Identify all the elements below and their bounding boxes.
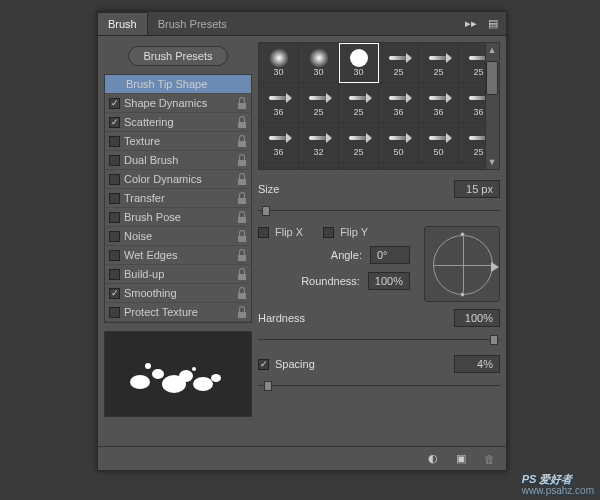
brush-settings-list: Brush Tip ShapeShape DynamicsScatteringT…	[104, 74, 252, 323]
setting-checkbox[interactable]	[109, 98, 120, 109]
setting-wet-edges[interactable]: Wet Edges	[105, 246, 251, 265]
setting-scattering[interactable]: Scattering	[105, 113, 251, 132]
spacing-slider[interactable]	[258, 382, 500, 390]
lock-icon[interactable]	[237, 135, 247, 147]
new-preset-icon[interactable]: ▣	[454, 452, 468, 466]
setting-protect-texture[interactable]: Protect Texture	[105, 303, 251, 322]
brush-swatch[interactable]: 50	[379, 123, 419, 163]
lock-icon[interactable]	[237, 192, 247, 204]
brush-swatch[interactable]: 36	[259, 83, 299, 123]
lock-icon[interactable]	[237, 249, 247, 261]
flipx-checkbox[interactable]	[258, 227, 269, 238]
spacing-value[interactable]: 4%	[454, 355, 500, 373]
collapse-icon[interactable]: ▸▸	[464, 16, 478, 30]
lock-icon[interactable]	[237, 97, 247, 109]
brush-swatch[interactable]: 32	[339, 163, 379, 170]
setting-label: Shape Dynamics	[124, 97, 207, 109]
setting-label: Smoothing	[124, 287, 177, 299]
lock-icon[interactable]	[237, 116, 247, 128]
setting-checkbox[interactable]	[109, 155, 120, 166]
trash-icon[interactable]: 🗑	[482, 452, 496, 466]
size-value[interactable]: 15 px	[454, 180, 500, 198]
setting-label: Scattering	[124, 116, 174, 128]
brush-swatch[interactable]: 50	[419, 123, 459, 163]
hardness-slider[interactable]	[258, 336, 500, 344]
setting-noise[interactable]: Noise	[105, 227, 251, 246]
setting-label: Wet Edges	[124, 249, 178, 261]
lock-icon[interactable]	[237, 287, 247, 299]
setting-label: Dual Brush	[124, 154, 178, 166]
setting-checkbox[interactable]	[109, 174, 120, 185]
tab-brush[interactable]: Brush	[98, 12, 148, 35]
hardness-value[interactable]: 100%	[454, 309, 500, 327]
stroke-preview	[104, 331, 252, 417]
tab-bar: Brush Brush Presets ▸▸ ▤	[98, 12, 506, 36]
angle-dial[interactable]	[424, 226, 500, 302]
setting-brush-pose[interactable]: Brush Pose	[105, 208, 251, 227]
brush-swatch[interactable]: 30	[259, 43, 299, 83]
setting-dual-brush[interactable]: Dual Brush	[105, 151, 251, 170]
setting-label: Build-up	[124, 268, 164, 280]
watermark: PS 爱好者 www.psahz.com	[522, 465, 594, 496]
toggle-preview-icon[interactable]: ◐	[426, 452, 440, 466]
brush-swatch[interactable]: 25	[339, 123, 379, 163]
svg-point-7	[192, 367, 196, 371]
brush-swatch[interactable]: 25	[339, 83, 379, 123]
brush-swatch[interactable]: 36	[379, 83, 419, 123]
lock-icon[interactable]	[237, 306, 247, 318]
lock-icon[interactable]	[237, 154, 247, 166]
scrollbar-thumb[interactable]	[486, 61, 498, 95]
lock-icon[interactable]	[237, 268, 247, 280]
setting-checkbox[interactable]	[109, 269, 120, 280]
flipy-checkbox[interactable]	[323, 227, 334, 238]
setting-smoothing[interactable]: Smoothing	[105, 284, 251, 303]
setting-checkbox[interactable]	[109, 136, 120, 147]
setting-label: Color Dynamics	[124, 173, 202, 185]
setting-brush-tip-shape[interactable]: Brush Tip Shape	[105, 75, 251, 94]
brush-swatch[interactable]: 50	[299, 163, 339, 170]
setting-checkbox[interactable]	[109, 231, 120, 242]
setting-label: Protect Texture	[124, 306, 198, 318]
brush-swatch[interactable]: 25	[299, 83, 339, 123]
setting-color-dynamics[interactable]: Color Dynamics	[105, 170, 251, 189]
lock-icon[interactable]	[237, 211, 247, 223]
setting-transfer[interactable]: Transfer	[105, 189, 251, 208]
brush-swatch[interactable]: 32	[299, 123, 339, 163]
setting-label: Texture	[124, 135, 160, 147]
svg-point-4	[193, 377, 213, 391]
lock-icon[interactable]	[237, 173, 247, 185]
spacing-checkbox[interactable]	[258, 359, 269, 370]
setting-build-up[interactable]: Build-up	[105, 265, 251, 284]
panel-menu-icon[interactable]: ▤	[486, 16, 500, 30]
size-label: Size	[258, 183, 279, 195]
setting-label: Transfer	[124, 192, 165, 204]
roundness-value[interactable]: 100%	[368, 272, 410, 290]
setting-checkbox[interactable]	[109, 250, 120, 261]
scroll-up-icon[interactable]: ▲	[487, 45, 497, 55]
setting-shape-dynamics[interactable]: Shape Dynamics	[105, 94, 251, 113]
angle-label: Angle:	[331, 249, 362, 261]
svg-point-6	[145, 363, 151, 369]
tab-brush-presets[interactable]: Brush Presets	[148, 13, 237, 35]
brush-swatch[interactable]: 30	[339, 43, 379, 83]
size-slider[interactable]	[258, 207, 500, 215]
lock-icon[interactable]	[237, 230, 247, 242]
brush-panel: Brush Brush Presets ▸▸ ▤ Brush Presets B…	[97, 11, 507, 471]
setting-checkbox[interactable]	[109, 288, 120, 299]
swatch-scrollbar[interactable]: ▲ ▼	[485, 43, 499, 169]
brush-swatch[interactable]: 25	[259, 163, 299, 170]
brush-swatch[interactable]: 30	[299, 43, 339, 83]
setting-checkbox[interactable]	[109, 212, 120, 223]
brush-presets-button[interactable]: Brush Presets	[128, 46, 227, 66]
scroll-down-icon[interactable]: ▼	[487, 157, 497, 167]
angle-value[interactable]: 0°	[370, 246, 410, 264]
setting-checkbox[interactable]	[109, 307, 120, 318]
brush-swatch[interactable]: 25	[379, 43, 419, 83]
setting-checkbox[interactable]	[109, 117, 120, 128]
setting-checkbox[interactable]	[109, 193, 120, 204]
brush-swatch[interactable]: 36	[419, 83, 459, 123]
brush-swatch[interactable]: 36	[259, 123, 299, 163]
svg-point-0	[130, 375, 150, 389]
brush-swatch[interactable]: 25	[419, 43, 459, 83]
setting-texture[interactable]: Texture	[105, 132, 251, 151]
